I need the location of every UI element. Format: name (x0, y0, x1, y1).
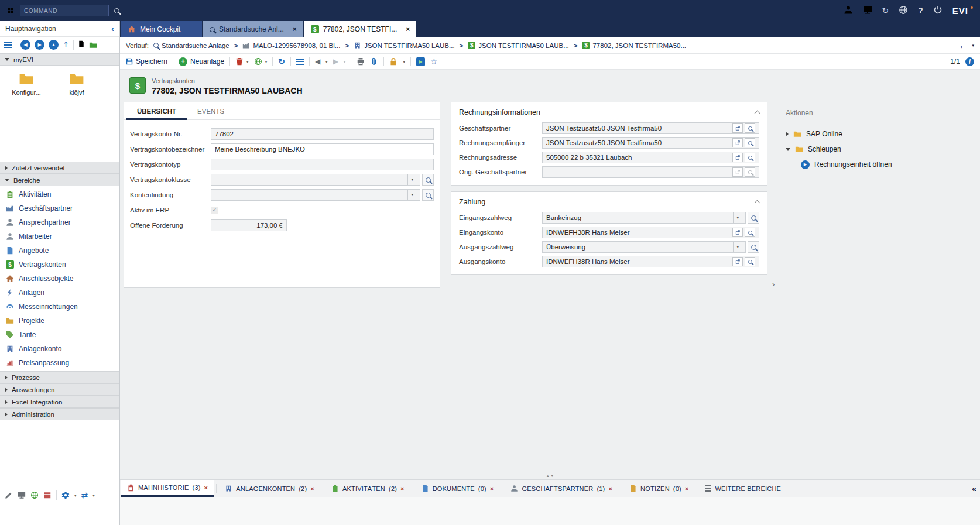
ausgangszahlweg-search-button[interactable] (748, 241, 759, 253)
dock-tab-notizen[interactable]: NOTIZEN (0) × (623, 480, 694, 497)
save-button[interactable]: Speichern (126, 57, 167, 66)
previous-record-icon[interactable]: ◀ (315, 57, 320, 66)
settings-gear-icon[interactable] (61, 491, 70, 499)
globe-icon[interactable] (899, 5, 908, 16)
adresse-field[interactable]: 505000 22 b 35321 Laubach (542, 152, 759, 163)
empfaenger-field[interactable]: JSON Testzusatz50 JSON Testfirma50 (542, 137, 759, 149)
tab-events[interactable]: EVENTS (187, 102, 235, 119)
dock-tab-geschaeftspartner[interactable]: GESCHÄFTSPARTNER (1) × (505, 480, 618, 497)
open-record-icon[interactable] (732, 138, 743, 147)
favorite-star-icon[interactable]: ☆ (430, 57, 438, 66)
sidebar-item-preisanpassung[interactable]: Preisanpassung (0, 356, 119, 370)
tab-close-icon[interactable]: × (400, 485, 405, 492)
next-record-icon[interactable]: ▶ (333, 57, 338, 66)
dock-tab-mahnhistorie[interactable]: MAHNHISTORIE (3) × (121, 480, 214, 497)
tab-close-icon[interactable]: × (685, 485, 689, 492)
sync-arrows-icon[interactable]: ⇄ (81, 490, 88, 500)
open-record-icon[interactable] (732, 123, 743, 133)
folder-konfiguration[interactable]: Konfigur... (8, 71, 44, 96)
breadcrumb-item[interactable]: $ 77802, JSON TESTFIRMA50... (582, 42, 686, 49)
print-icon[interactable] (357, 57, 365, 66)
globe-icon[interactable] (30, 491, 39, 499)
chevron-down-icon[interactable]: ▾ (74, 493, 77, 497)
kontenfindung-dropdown[interactable]: ▾ (211, 189, 420, 201)
sidebar-item-angebote[interactable]: Angebote (0, 243, 119, 258)
dock-tab-aktivitaeten[interactable]: AKTIVITÄTEN (2) × (325, 480, 410, 497)
sidebar-item-anlagenkonto[interactable]: Anlagenkonto (0, 342, 119, 356)
bezeichner-field[interactable] (211, 143, 434, 155)
chevron-down-icon[interactable]: ▾ (265, 60, 268, 64)
delete-button[interactable]: ▾ (235, 57, 249, 66)
collapse-icon[interactable] (755, 111, 760, 116)
notes-icon[interactable] (5, 491, 13, 499)
tab-standardsuche[interactable]: Standardsuche Anl... × (203, 21, 303, 37)
chevron-down-icon[interactable]: ▾ (92, 493, 95, 497)
chevron-down-icon[interactable]: ▾ (407, 190, 416, 200)
ausgangskonto-field[interactable]: IDNWEFH38R Hans Meiser (542, 256, 759, 267)
sidebar-item-anlagen[interactable]: Anlagen (0, 286, 119, 300)
section-myevi[interactable]: myEVI (0, 53, 119, 66)
tab-close-icon[interactable]: × (310, 485, 314, 492)
search-icon[interactable] (745, 123, 755, 133)
search-icon[interactable] (745, 138, 755, 147)
klasse-dropdown[interactable]: ▾ (211, 174, 420, 186)
chevron-down-icon[interactable]: ▾ (407, 174, 416, 185)
section-recent[interactable]: Zuletzt verwendet (0, 162, 119, 174)
ausgangszahlweg-dropdown[interactable]: Überweisung ▾ (542, 241, 746, 253)
section-admin[interactable]: Administration (0, 408, 119, 420)
forward-icon[interactable]: ▶ (35, 40, 44, 50)
chevron-down-icon[interactable]: ▾ (733, 212, 742, 223)
calendar-icon[interactable] (43, 491, 52, 499)
action-rechnungseinheit-oeffnen[interactable]: ▶ Rechnungseinheit öffnen (786, 157, 980, 172)
sidebar-item-aktivitaeten[interactable]: Aktivitäten (0, 187, 119, 201)
klasse-search-button[interactable] (422, 174, 434, 186)
breadcrumb-item[interactable]: MALO-12995678908, 01 Bl... (242, 42, 340, 49)
tab-close-icon[interactable]: × (406, 25, 410, 33)
eingangszahlweg-search-button[interactable] (748, 212, 759, 224)
search-icon[interactable] (114, 8, 119, 13)
chevron-down-icon[interactable]: ▾ (344, 60, 346, 64)
search-icon[interactable] (745, 153, 755, 162)
chevron-down-icon[interactable]: ▾ (972, 43, 974, 47)
sidebar-collapse-icon[interactable]: ‹ (111, 25, 114, 33)
dock-collapse-icon[interactable]: « (972, 484, 976, 493)
search-icon[interactable] (745, 228, 755, 237)
action-group-schleupen[interactable]: Schleupen (786, 142, 980, 157)
lock-icon[interactable] (389, 57, 398, 66)
folder-klojvf[interactable]: klöjvf (59, 71, 95, 96)
publish-button[interactable]: ▾ (254, 57, 268, 66)
breadcrumb-item[interactable]: JSON TESTFIRMA50 LAUB... (354, 42, 454, 49)
eingangszahlweg-dropdown[interactable]: Bankeinzug ▾ (542, 212, 746, 224)
power-icon[interactable] (933, 5, 943, 16)
typ-field[interactable] (211, 159, 434, 170)
chevron-down-icon[interactable]: ▾ (733, 242, 742, 252)
chevron-down-icon[interactable]: ▾ (403, 60, 405, 64)
tab-close-icon[interactable]: × (608, 485, 612, 492)
tab-mein-cockpit[interactable]: Mein Cockpit (121, 21, 202, 37)
new-record-button[interactable]: + Neuanlage (179, 57, 224, 66)
refresh-icon[interactable]: ↻ (278, 57, 285, 66)
section-excel[interactable]: Excel-Integration (0, 396, 119, 408)
dock-tab-dokumente[interactable]: DOKUMENTE (0) × (416, 480, 500, 497)
payment-section-header[interactable]: Zahlung (451, 192, 767, 212)
dock-tab-weitere-bereiche[interactable]: WEITERE BEREICHE (700, 480, 787, 497)
eingangskonto-field[interactable]: IDNWEFH38R Hans Meiser (542, 227, 759, 238)
history-back-icon[interactable]: ← (958, 41, 968, 50)
checkout-icon[interactable]: ▶ (416, 57, 425, 66)
monitor-icon[interactable] (863, 5, 872, 16)
chevron-down-icon[interactable]: ▾ (246, 60, 249, 64)
dock-splitter[interactable]: ▴ ▾ (120, 472, 980, 479)
tab-vertragskonto-77802[interactable]: $ 77802, JSON TESTFI... × (304, 21, 417, 37)
open-record-icon[interactable] (732, 228, 743, 237)
action-group-sap-online[interactable]: SAP Online (786, 126, 980, 142)
panel-splitter-icon[interactable]: › (772, 280, 775, 289)
command-input[interactable] (20, 5, 109, 16)
open-record-icon[interactable] (732, 153, 743, 162)
new-folder-icon[interactable] (89, 41, 97, 49)
search-icon[interactable] (745, 167, 755, 177)
collapse-icon[interactable] (755, 200, 760, 206)
tab-close-icon[interactable]: × (293, 25, 297, 33)
section-reports[interactable]: Auswertungen (0, 383, 119, 396)
app-grid-icon[interactable] (7, 7, 14, 14)
info-icon[interactable]: i (965, 57, 974, 66)
